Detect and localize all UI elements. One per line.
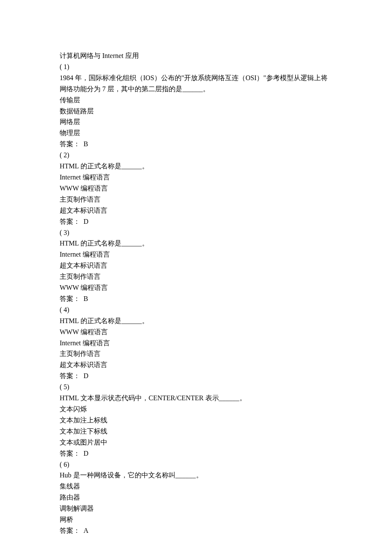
question-option: WWW 编程语言 bbox=[60, 282, 332, 293]
question-number: ( 1) bbox=[60, 61, 332, 72]
question-stem: HTML 的正式名称是______。 bbox=[60, 161, 332, 172]
question-number: ( 4) bbox=[60, 304, 332, 315]
question-answer: 答案： B bbox=[60, 139, 332, 150]
question-option: 数据链路层 bbox=[60, 106, 332, 117]
document-title: 计算机网络与 Internet 应用 bbox=[60, 50, 332, 61]
question-option: Internet 编程语言 bbox=[60, 338, 332, 349]
question-option: 超文本标识语言 bbox=[60, 205, 332, 216]
question-option: 网络层 bbox=[60, 116, 332, 127]
question-option: 超文本标识语言 bbox=[60, 359, 332, 370]
document-page: 计算机网络与 Internet 应用 ( 1) 1984 年，国际标准化组织（I… bbox=[0, 0, 392, 555]
question-option: 主页制作语言 bbox=[60, 194, 332, 205]
question-option: 超文本标识语言 bbox=[60, 260, 332, 271]
question-option: 文本或图片居中 bbox=[60, 437, 332, 448]
question-option: 调制解调器 bbox=[60, 503, 332, 514]
question-option: 网桥 bbox=[60, 514, 332, 525]
question-option: 文本闪烁 bbox=[60, 404, 332, 415]
question-option: WWW 编程语言 bbox=[60, 183, 332, 194]
question-option: 传输层 bbox=[60, 95, 332, 106]
question-stem: HTML 的正式名称是______。 bbox=[60, 238, 332, 249]
question-number: ( 2) bbox=[60, 150, 332, 161]
question-number: ( 3) bbox=[60, 227, 332, 238]
question-option: 主页制作语言 bbox=[60, 348, 332, 359]
question-stem: HTML 文本显示状态代码中，CENTER/CENTER 表示______。 bbox=[60, 393, 332, 404]
question-option: Internet 编程语言 bbox=[60, 249, 332, 260]
question-stem: HTML 的正式名称是______。 bbox=[60, 315, 332, 327]
question-answer: 答案： D bbox=[60, 216, 332, 227]
question-option: 主页制作语言 bbox=[60, 271, 332, 282]
question-answer: 答案： A bbox=[60, 525, 332, 536]
question-number: ( 5) bbox=[60, 382, 332, 393]
question-option: 集线器 bbox=[60, 481, 332, 492]
question-option: Internet 编程语言 bbox=[60, 172, 332, 183]
question-stem: Hub 是一种网络设备，它的中文名称叫______。 bbox=[60, 470, 332, 481]
question-answer: 答案： D bbox=[60, 448, 332, 459]
question-number: ( 6) bbox=[60, 459, 332, 470]
question-option: 文本加注上标线 bbox=[60, 415, 332, 426]
question-answer: 答案： B bbox=[60, 293, 332, 304]
question-stem: 1984 年，国际标准化组织（IOS）公布的"开放系统网络互连（OSI）"参考模… bbox=[60, 72, 332, 95]
question-answer: 答案： D bbox=[60, 370, 332, 382]
question-option: WWW 编程语言 bbox=[60, 327, 332, 338]
question-option: 物理层 bbox=[60, 127, 332, 139]
question-option: 路由器 bbox=[60, 492, 332, 503]
question-option: 文本加注下标线 bbox=[60, 426, 332, 437]
